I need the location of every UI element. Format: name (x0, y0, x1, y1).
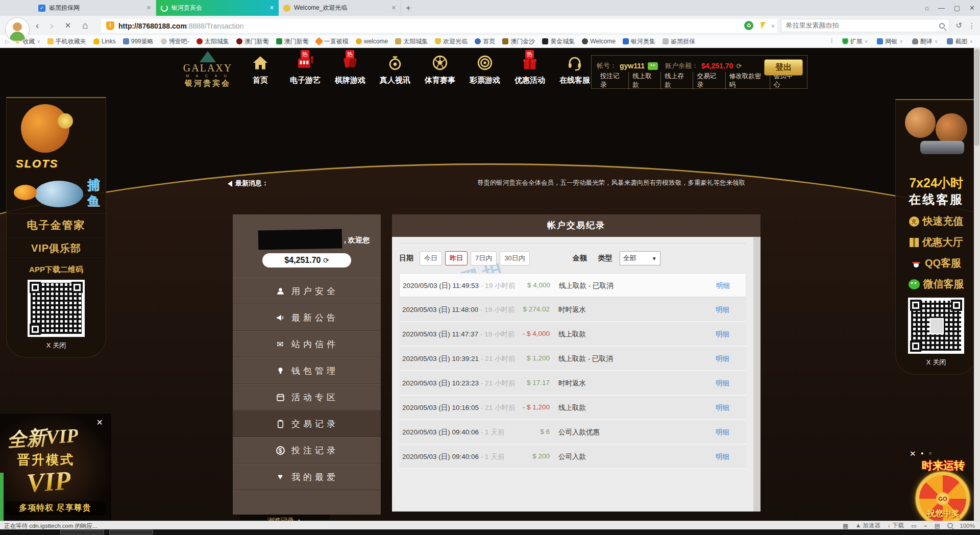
site-logo[interactable]: GALAXY M A C A U 银河贵宾会 (180, 51, 236, 88)
bookmark-item[interactable]: 太阳城集 (393, 37, 430, 46)
grid-icon[interactable]: ▦ (843, 522, 848, 529)
panel-scrollbar[interactable] (753, 237, 761, 512)
bookmark-item[interactable]: 手机收藏夹 (45, 37, 88, 46)
link-change-password[interactable]: 修改取款密码 (726, 72, 770, 89)
minimize-button[interactable]: — (938, 4, 945, 12)
balance-pill[interactable]: $4,251.70 ⟳ (262, 253, 351, 268)
bookmark-item[interactable]: 太阳城集 (194, 37, 231, 46)
transaction-row[interactable]: 2020/05/03 (日) 09:40:06 - 1 天前 $ 6 公司入款优… (399, 420, 746, 445)
page-scrollbar[interactable] (974, 48, 980, 521)
link-bet-records[interactable]: 投注记录 (597, 72, 629, 89)
link-deposit[interactable]: 线上存款 (661, 72, 693, 89)
undo-icon[interactable]: ↺ (955, 21, 962, 30)
forward-button[interactable]: › (50, 20, 53, 31)
list-icon[interactable]: ▤ (935, 522, 940, 529)
tab-galaxy-active[interactable]: 银河贵宾会 ✕ (156, 0, 279, 16)
left-promo-close-button[interactable]: X 关闭 (7, 341, 106, 350)
screenshot-menu[interactable]: 截图∨ (945, 37, 975, 46)
new-tab-button[interactable]: + (401, 0, 415, 16)
bookmark-item[interactable]: 首页 (473, 37, 497, 46)
nav-slots[interactable]: 热 电子游艺 (283, 52, 328, 85)
bank-menu[interactable]: 网银∨ (875, 37, 905, 46)
detail-link[interactable]: 明细 (716, 403, 729, 412)
link-withdraw[interactable]: 线上取款 (629, 72, 661, 89)
refresh-balance-icon[interactable]: ⟳ (736, 62, 742, 70)
lucky-wheel-overlay[interactable]: ✕ ● ○ 时来运转 GO 祝您中奖 (910, 449, 978, 521)
stop-button[interactable]: ✕ (65, 21, 71, 30)
tab-welcome[interactable]: Welcome_欢迎光临 ✕ (279, 0, 401, 16)
detail-link[interactable]: 明细 (716, 452, 729, 461)
detail-link[interactable]: 明细 (716, 428, 729, 437)
menu-bet-records[interactable]: $ 投注记录 (233, 437, 381, 464)
maximize-button[interactable]: ▢ (954, 4, 960, 12)
vip-club-link[interactable]: VIP俱乐部 (7, 237, 106, 260)
transaction-row[interactable]: 2020/05/03 (日) 10:23:23 - 21 小时前 $ 17.17… (399, 371, 746, 396)
close-button[interactable]: ✕ (969, 4, 975, 12)
menu-announcements[interactable]: 最新公告 (233, 304, 381, 331)
browsing-history-tab[interactable]: 浏览记录 ▲ (240, 515, 330, 521)
logout-button[interactable]: 登出 (764, 59, 803, 76)
nav-home[interactable]: 首页 (238, 52, 283, 85)
quick-search-box[interactable]: 希拉里发素颜自拍 (781, 19, 949, 32)
accelerator-button[interactable]: ▲ 加速器 (855, 522, 880, 529)
link-transactions[interactable]: 交易记录 (693, 72, 725, 89)
transaction-row[interactable]: 2020/05/03 (日) 11:49:53 - 19 小时前 $ 4,000… (399, 273, 746, 298)
right-promo-close-button[interactable]: X 关闭 (896, 358, 976, 367)
vip-promo-overlay[interactable]: ✕ 全新VIP 晋升模式 VIP 多项特权 尽享尊贵 (0, 414, 111, 521)
taskbar-window-tile[interactable] (60, 530, 104, 534)
download-button[interactable]: ↓ 下载 (888, 522, 904, 529)
filter-30days-button[interactable]: 30日内 (500, 251, 529, 265)
message-bubble-icon[interactable] (648, 62, 658, 70)
transaction-row[interactable]: 2020/05/03 (日) 11:47:37 - 19 小时前 - $ 4,0… (399, 322, 746, 347)
extensions-dots-icon[interactable]: ⠇ (830, 38, 835, 45)
speed-boost-icon[interactable] (758, 22, 766, 29)
transaction-row[interactable]: 2020/05/03 (日) 11:48:00 - 19 小时前 $ 274.0… (399, 298, 746, 322)
slots-banner[interactable]: SLOTS (7, 98, 106, 175)
refresh-clean-icon[interactable]: ♻ (744, 21, 753, 30)
transaction-row[interactable]: 2020/05/03 (日) 10:16:05 - 21 小时前 - $ 1,2… (399, 396, 746, 420)
home-button[interactable]: ⌂ (82, 20, 88, 31)
tab-jianhei[interactable]: 鉴黑担保网 ✕ (34, 0, 156, 16)
transaction-row[interactable]: 2020/05/03 (日) 09:40:06 - 1 天前 $ 200 公司入… (399, 445, 746, 469)
window-icon[interactable]: ▭ (911, 522, 917, 529)
menu-activities[interactable]: 活动专区 (233, 384, 381, 410)
type-select[interactable]: 全部▼ (620, 251, 660, 265)
bolt-icon[interactable]: ⌁ (924, 522, 927, 529)
nav-customer-service[interactable]: 在线客服 (552, 52, 597, 85)
tab-close-icon[interactable]: ✕ (146, 5, 151, 11)
wheel-close-button[interactable]: ✕ (910, 449, 916, 458)
bookmark-item[interactable]: 鉴黑担保 (660, 37, 697, 46)
refresh-icon[interactable]: ⟳ (323, 256, 329, 264)
bookmark-item[interactable]: 欢迎光临 (433, 37, 470, 46)
wheel-go-button[interactable]: GO (936, 492, 949, 505)
address-bar[interactable]: http://87680188.com:8888/Transaction (101, 19, 777, 33)
menu-favorites[interactable]: ♥ 我的最爱 (233, 464, 381, 490)
menu-transactions[interactable]: 交易记录 (233, 410, 381, 437)
detail-link[interactable]: 明细 (716, 330, 729, 339)
zoom-level[interactable]: 100% (960, 523, 975, 529)
profile-avatar[interactable] (5, 17, 30, 42)
taskbar-window-tile[interactable] (109, 530, 153, 534)
filter-yesterday-button[interactable]: 昨日 (445, 251, 468, 265)
qq-service-link[interactable]: QQ客服 (896, 253, 976, 274)
bookmark-item[interactable]: 一直被模 (314, 37, 351, 46)
wechat-service-link[interactable]: 微信客服 (896, 274, 976, 295)
zoom-icon[interactable] (947, 523, 953, 528)
nav-sports[interactable]: 体育赛事 (418, 52, 462, 85)
browser-menu-icon[interactable]: ⋮ (968, 21, 976, 30)
filter-7days-button[interactable]: 7日内 (471, 251, 497, 265)
tab-close-icon[interactable]: ✕ (391, 5, 396, 11)
quick-deposit-link[interactable]: 充快速充值 (896, 211, 976, 232)
menu-wallet[interactable]: 钱包管理 (233, 357, 381, 384)
bookmark-item[interactable]: 博壹吧- (159, 37, 191, 46)
detail-link[interactable]: 明细 (716, 379, 729, 388)
nav-live-casino[interactable]: 真人视讯 (373, 52, 418, 85)
tab-close-icon[interactable]: ✕ (270, 5, 274, 11)
bookmark-item[interactable]: Welcome (580, 38, 618, 45)
search-icon[interactable] (939, 23, 945, 29)
bookmark-item[interactable]: 999策略 (121, 37, 156, 46)
vip-close-button[interactable]: ✕ (96, 418, 103, 427)
bookmark-item[interactable]: welcome (354, 38, 390, 45)
menu-user-security[interactable]: 用户安全 (233, 278, 381, 304)
bookmark-item[interactable]: 银河奥集 (621, 37, 657, 46)
